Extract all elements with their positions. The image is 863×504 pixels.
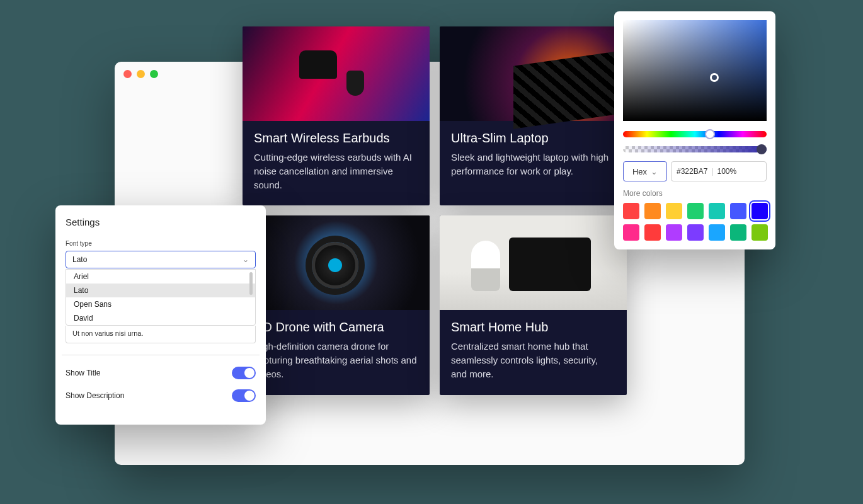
hex-value: #322BA7 <box>677 167 707 176</box>
alpha-value: 100% <box>717 167 737 176</box>
product-title: Smart Wireless Earbuds <box>254 131 418 146</box>
chevron-down-icon: ⌄ <box>243 255 249 264</box>
color-swatch[interactable] <box>687 203 704 219</box>
color-format-select[interactable]: Hex ⌄ <box>623 161 667 181</box>
product-description: High-definition camera drone for capturi… <box>254 340 418 381</box>
color-swatch[interactable] <box>709 224 725 241</box>
product-title: HD Drone with Camera <box>254 320 418 335</box>
swatch-grid <box>623 203 767 241</box>
card-grid: Smart Wireless Earbuds Cutting-edge wire… <box>243 26 627 395</box>
separator: | <box>711 167 713 176</box>
color-swatch[interactable] <box>730 224 746 241</box>
product-image <box>440 26 627 121</box>
settings-panel: Settings Font type Lato ⌄ Ariel Lato Ope… <box>55 205 266 425</box>
font-option[interactable]: Ariel <box>66 270 255 284</box>
font-select-value: Lato <box>72 255 87 264</box>
more-colors-label: More colors <box>623 189 767 198</box>
product-image <box>440 215 627 310</box>
sv-cursor-icon[interactable] <box>710 73 719 82</box>
alpha-cursor-icon[interactable] <box>757 144 767 154</box>
hue-cursor-icon[interactable] <box>705 129 715 139</box>
show-description-toggle[interactable] <box>232 389 256 402</box>
color-swatch[interactable] <box>730 203 746 219</box>
color-swatch[interactable] <box>623 203 639 219</box>
product-title: Ultra-Slim Laptop <box>451 131 615 146</box>
show-title-toggle[interactable] <box>232 367 256 379</box>
color-swatch[interactable] <box>752 203 768 219</box>
saturation-value-area[interactable] <box>623 20 767 121</box>
color-swatch[interactable] <box>666 203 682 219</box>
minimize-icon[interactable] <box>137 70 145 78</box>
font-select[interactable]: Lato ⌄ <box>66 251 256 268</box>
product-image <box>243 26 430 121</box>
color-picker-panel: Hex ⌄ #322BA7 | 100% More colors <box>614 11 775 249</box>
scrollbar[interactable] <box>249 272 253 295</box>
product-title: Smart Home Hub <box>451 320 615 335</box>
chevron-down-icon: ⌄ <box>651 167 658 176</box>
alpha-slider[interactable] <box>623 146 767 152</box>
font-option[interactable]: David <box>66 311 255 325</box>
hue-slider[interactable] <box>623 131 767 137</box>
product-card[interactable]: HD Drone with Camera High-definition cam… <box>243 215 430 394</box>
description-textarea[interactable]: Ut non varius nisi urna. <box>66 326 256 343</box>
color-swatch[interactable] <box>644 203 661 219</box>
font-dropdown: Ariel Lato Open Sans David <box>66 269 256 326</box>
hex-input[interactable]: #322BA7 | 100% <box>671 161 767 181</box>
show-description-label: Show Description <box>66 391 124 400</box>
product-card[interactable]: Smart Home Hub Centralized smart home hu… <box>440 215 627 394</box>
divider <box>62 355 260 355</box>
product-card[interactable]: Ultra-Slim Laptop Sleek and lightweight … <box>440 26 627 205</box>
font-option[interactable]: Lato <box>66 284 255 297</box>
font-option[interactable]: Open Sans <box>66 297 255 311</box>
maximize-icon[interactable] <box>150 70 158 78</box>
product-description: Cutting-edge wireless earbuds with AI no… <box>254 151 418 192</box>
close-icon[interactable] <box>123 70 132 78</box>
show-title-label: Show Title <box>66 369 100 377</box>
font-type-label: Font type <box>66 240 256 247</box>
color-swatch[interactable] <box>752 224 768 241</box>
color-format-value: Hex <box>632 167 647 176</box>
product-image <box>243 215 430 310</box>
color-swatch[interactable] <box>623 224 639 241</box>
product-description: Centralized smart home hub that seamless… <box>451 340 615 381</box>
color-swatch[interactable] <box>687 224 704 241</box>
product-description: Sleek and lightweight laptop with high p… <box>451 151 615 178</box>
color-swatch[interactable] <box>709 203 725 219</box>
settings-heading: Settings <box>66 217 256 227</box>
product-card[interactable]: Smart Wireless Earbuds Cutting-edge wire… <box>243 26 430 205</box>
color-swatch[interactable] <box>644 224 661 241</box>
color-swatch[interactable] <box>666 224 682 241</box>
